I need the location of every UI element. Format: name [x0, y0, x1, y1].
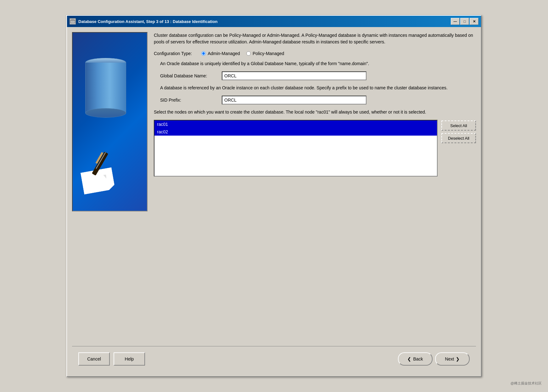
- config-type-row: Configuration Type: Admin-Managed Policy…: [154, 51, 476, 56]
- sid-input[interactable]: [222, 96, 366, 104]
- global-db-label: Global Database Name:: [160, 73, 217, 78]
- back-button[interactable]: ❮ Back: [398, 352, 433, 366]
- admin-managed-radio[interactable]: [201, 51, 206, 56]
- global-db-row: Global Database Name:: [160, 71, 476, 80]
- sid-description: A database is referenced by an Oracle in…: [160, 85, 476, 91]
- nodes-area: rac01 rac02 Select All Deselect All: [154, 120, 476, 176]
- admin-managed-option[interactable]: Admin-Managed: [201, 51, 240, 56]
- global-db-description: An Oracle database is uniquely identifie…: [160, 60, 476, 67]
- back-label: Back: [413, 356, 423, 361]
- window-icon: [70, 18, 76, 25]
- title-bar: Database Configuration Assistant, Step 3…: [67, 16, 481, 27]
- main-content: Cluster database configuration can be Po…: [67, 27, 481, 376]
- window-controls: — □ ✕: [451, 18, 478, 25]
- global-db-input[interactable]: [222, 71, 366, 80]
- maximize-button[interactable]: □: [460, 18, 469, 25]
- left-panel: [72, 32, 148, 344]
- nodes-description: Select the nodes on which you want to cr…: [154, 109, 476, 115]
- pen-icon: [79, 148, 123, 186]
- wizard-image: [72, 32, 148, 211]
- node-item-rac02[interactable]: rac02: [154, 128, 437, 136]
- svg-marker-4: [103, 174, 108, 179]
- nodes-listbox[interactable]: rac01 rac02: [154, 120, 438, 176]
- deselect-all-button[interactable]: Deselect All: [441, 133, 476, 143]
- policy-managed-label: Policy-Managed: [253, 51, 284, 56]
- policy-managed-option[interactable]: Policy-Managed: [246, 51, 284, 56]
- config-type-label: Configuration Type:: [154, 51, 192, 56]
- window-title: Database Configuration Assistant, Step 3…: [78, 19, 451, 24]
- sid-row: SID Prefix:: [160, 96, 476, 104]
- right-panel: Cluster database configuration can be Po…: [154, 32, 476, 344]
- sid-label: SID Prefix:: [160, 98, 217, 103]
- select-all-button[interactable]: Select All: [441, 120, 476, 131]
- main-window: Database Configuration Assistant, Step 3…: [66, 15, 482, 377]
- content-area: Cluster database configuration can be Po…: [72, 32, 476, 344]
- next-button[interactable]: Next ❯: [435, 352, 470, 366]
- svg-point-1: [70, 20, 75, 21]
- watermark: @稀土掘金技术社区: [511, 381, 542, 386]
- database-icon: [85, 58, 126, 118]
- policy-managed-radio[interactable]: [246, 51, 251, 56]
- next-chevron-icon: ❯: [456, 356, 460, 361]
- close-button[interactable]: ✕: [470, 18, 478, 25]
- footer-right-buttons: ❮ Back Next ❯: [398, 352, 470, 366]
- admin-managed-label: Admin-Managed: [208, 51, 240, 56]
- cluster-description: Cluster database configuration can be Po…: [154, 32, 476, 45]
- cancel-button[interactable]: Cancel: [78, 352, 110, 366]
- nodes-buttons: Select All Deselect All: [441, 120, 476, 143]
- back-chevron-icon: ❮: [407, 356, 411, 361]
- footer-area: Cancel Help ❮ Back Next ❯: [72, 346, 476, 371]
- minimize-button[interactable]: —: [451, 18, 460, 25]
- next-label: Next: [445, 356, 454, 361]
- footer-left-buttons: Cancel Help: [78, 352, 145, 366]
- config-type-radio-group: Admin-Managed Policy-Managed: [201, 51, 284, 56]
- help-button[interactable]: Help: [114, 352, 145, 366]
- node-item-rac01[interactable]: rac01: [154, 120, 437, 128]
